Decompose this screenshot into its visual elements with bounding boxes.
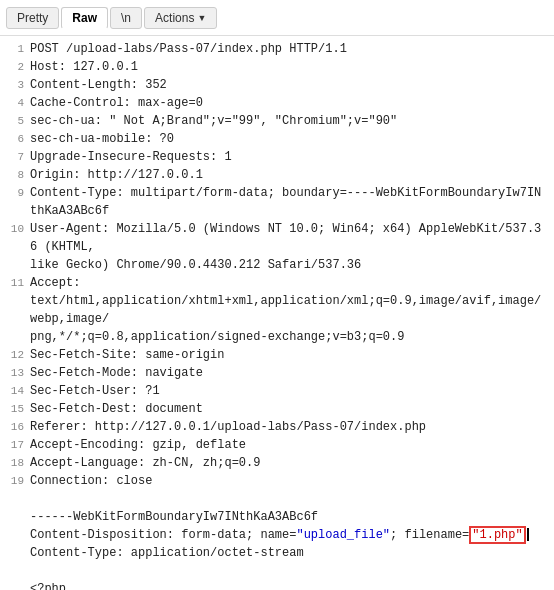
line-3: 3 Content-Length: 352 <box>8 76 546 94</box>
line-text: ------WebKitFormBoundaryIw7INthKaA3ABc6f <box>30 508 546 526</box>
actions-label: Actions <box>155 11 194 25</box>
line-text: Content-Length: 352 <box>30 76 546 94</box>
line-num <box>8 508 24 509</box>
line-text: text/html,application/xhtml+xml,applicat… <box>30 292 546 328</box>
line-num <box>8 256 24 257</box>
line-text: sec-ch-ua-mobile: ?0 <box>30 130 546 148</box>
line-text: sec-ch-ua: " Not A;Brand";v="99", "Chrom… <box>30 112 546 130</box>
line-text: Upgrade-Insecure-Requests: 1 <box>30 148 546 166</box>
line-num: 11 <box>8 274 24 292</box>
line-text: Content-Type: multipart/form-data; bound… <box>30 184 546 220</box>
line-text: Accept: <box>30 274 546 292</box>
line-15: 15 Sec-Fetch-Dest: document <box>8 400 546 418</box>
line-num: 13 <box>8 364 24 382</box>
line-text: Content-Type: application/octet-stream <box>30 544 546 562</box>
line-6: 6 sec-ch-ua-mobile: ?0 <box>8 130 546 148</box>
line-num: 1 <box>8 40 24 58</box>
line-18: 18 Accept-Language: zh-CN, zh;q=0.9 <box>8 454 546 472</box>
line-5: 5 sec-ch-ua: " Not A;Brand";v="99", "Chr… <box>8 112 546 130</box>
line-num: 6 <box>8 130 24 148</box>
line-num: 8 <box>8 166 24 184</box>
line-text: Connection: close <box>30 472 546 490</box>
line-text: Sec-Fetch-User: ?1 <box>30 382 546 400</box>
line-7: 7 Upgrade-Insecure-Requests: 1 <box>8 148 546 166</box>
line-16: 16 Referer: http://127.0.0.1/upload-labs… <box>8 418 546 436</box>
line-empty-1 <box>8 490 546 508</box>
line-num <box>8 562 24 563</box>
line-empty-2 <box>8 562 546 580</box>
line-9: 9 Content-Type: multipart/form-data; bou… <box>8 184 546 220</box>
line-num: 16 <box>8 418 24 436</box>
line-10: 10 User-Agent: Mozilla/5.0 (Windows NT 1… <box>8 220 546 256</box>
line-num: 14 <box>8 382 24 400</box>
line-num: 5 <box>8 112 24 130</box>
line-text: Referer: http://127.0.0.1/upload-labs/Pa… <box>30 418 546 436</box>
line-num: 17 <box>8 436 24 454</box>
line-8: 8 Origin: http://127.0.0.1 <box>8 166 546 184</box>
line-13: 13 Sec-Fetch-Mode: navigate <box>8 364 546 382</box>
line-23: Content-Type: application/octet-stream <box>8 544 546 562</box>
line-num: 2 <box>8 58 24 76</box>
line-num <box>8 544 24 545</box>
line-text: Sec-Fetch-Site: same-origin <box>30 346 546 364</box>
line-4: 4 Cache-Control: max-age=0 <box>8 94 546 112</box>
line-text: Sec-Fetch-Dest: document <box>30 400 546 418</box>
line-content-disposition: Content-Disposition: form-data; name="up… <box>8 526 546 544</box>
line-19: 19 Connection: close <box>8 472 546 490</box>
line-num: 19 <box>8 472 24 490</box>
line-text: Host: 127.0.0.1 <box>30 58 546 76</box>
line-12: 12 Sec-Fetch-Site: same-origin <box>8 346 546 364</box>
line-num <box>8 580 24 581</box>
line-17: 17 Accept-Encoding: gzip, deflate <box>8 436 546 454</box>
line-11: 11 Accept: <box>8 274 546 292</box>
line-num: 15 <box>8 400 24 418</box>
line-num: 7 <box>8 148 24 166</box>
chevron-down-icon: ▼ <box>197 13 206 23</box>
content-area: 1 POST /upload-labs/Pass-07/index.php HT… <box>0 36 554 590</box>
line-num: 12 <box>8 346 24 364</box>
line-10b: like Gecko) Chrome/90.0.4430.212 Safari/… <box>8 256 546 274</box>
pretty-tab[interactable]: Pretty <box>6 7 59 29</box>
line-num: 10 <box>8 220 24 238</box>
line-2: 2 Host: 127.0.0.1 <box>8 58 546 76</box>
actions-button[interactable]: Actions ▼ <box>144 7 217 29</box>
line-text: Origin: http://127.0.0.1 <box>30 166 546 184</box>
line-11b: text/html,application/xhtml+xml,applicat… <box>8 292 546 328</box>
line-num: 3 <box>8 76 24 94</box>
line-14: 14 Sec-Fetch-User: ?1 <box>8 382 546 400</box>
line-num <box>8 328 24 329</box>
line-num: 18 <box>8 454 24 472</box>
line-text: Cache-Control: max-age=0 <box>30 94 546 112</box>
line-11c: png,*/*;q=0.8,application/signed-exchang… <box>8 328 546 346</box>
line-num: 4 <box>8 94 24 112</box>
n-tab[interactable]: \n <box>110 7 142 29</box>
line-text: User-Agent: Mozilla/5.0 (Windows NT 10.0… <box>30 220 546 256</box>
line-text: png,*/*;q=0.8,application/signed-exchang… <box>30 328 546 346</box>
line-php-open: <?php <box>8 580 546 590</box>
line-text: Accept-Language: zh-CN, zh;q=0.9 <box>30 454 546 472</box>
line-text: Sec-Fetch-Mode: navigate <box>30 364 546 382</box>
line-1: 1 POST /upload-labs/Pass-07/index.php HT… <box>8 40 546 58</box>
line-num <box>8 490 24 491</box>
line-text: Accept-Encoding: gzip, deflate <box>30 436 546 454</box>
line-text: POST /upload-labs/Pass-07/index.php HTTP… <box>30 40 546 58</box>
line-num <box>8 526 24 527</box>
line-num <box>8 292 24 293</box>
toolbar: Pretty Raw \n Actions ▼ <box>0 0 554 36</box>
raw-tab[interactable]: Raw <box>61 7 108 29</box>
line-text: <?php <box>30 580 546 590</box>
line-text: like Gecko) Chrome/90.0.4430.212 Safari/… <box>30 256 546 274</box>
line-text: Content-Disposition: form-data; name="up… <box>30 526 546 544</box>
line-21: ------WebKitFormBoundaryIw7INthKaA3ABc6f <box>8 508 546 526</box>
line-num: 9 <box>8 184 24 202</box>
